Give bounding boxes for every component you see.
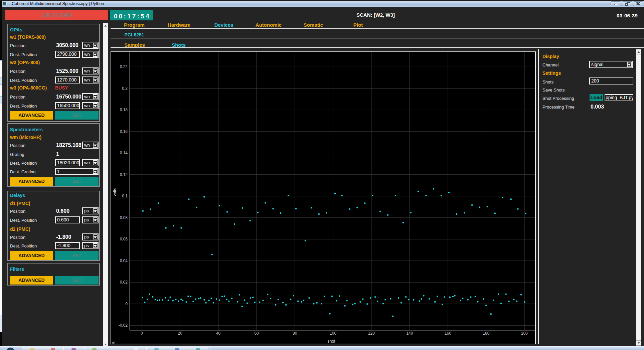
svg-text:40: 40: [216, 331, 221, 336]
svg-text:0.06: 0.06: [120, 237, 128, 241]
svg-text:0: 0: [141, 331, 143, 336]
svg-text:0.02: 0.02: [120, 280, 128, 285]
svg-text:0.12: 0.12: [120, 172, 128, 177]
svg-text:160: 160: [445, 331, 451, 336]
svg-text:180: 180: [483, 331, 489, 336]
svg-text:120: 120: [368, 331, 375, 336]
svg-text:0.04: 0.04: [120, 258, 128, 263]
svg-text:shot: shot: [327, 339, 335, 344]
svg-text:0.22: 0.22: [120, 64, 128, 69]
svg-text:0.2: 0.2: [122, 86, 128, 91]
svg-text:0.16: 0.16: [120, 129, 128, 134]
svg-text:volts: volts: [113, 188, 117, 196]
svg-text:200: 200: [521, 331, 528, 336]
svg-text:-0.02: -0.02: [119, 323, 128, 328]
svg-text:0: 0: [125, 302, 128, 306]
svg-text:0.1: 0.1: [122, 194, 128, 198]
svg-text:0.08: 0.08: [120, 215, 128, 220]
svg-text:0.18: 0.18: [120, 108, 128, 112]
svg-text:60: 60: [254, 331, 259, 336]
svg-text:20: 20: [178, 331, 182, 336]
svg-text:100: 100: [330, 331, 336, 336]
svg-text:80: 80: [293, 331, 297, 336]
svg-text:140: 140: [406, 331, 413, 336]
svg-text:0.14: 0.14: [120, 151, 128, 155]
svg-text:A: A: [112, 341, 114, 344]
